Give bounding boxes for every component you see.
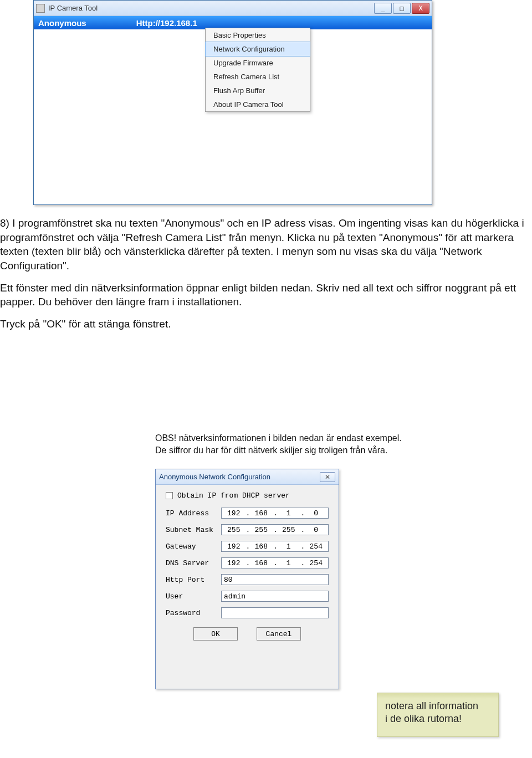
camera-url: Http://192.168.1	[136, 18, 197, 28]
instruction-p1: 8) I programfönstret ska nu texten "Anon…	[0, 216, 528, 273]
maximize-button[interactable]: □	[393, 3, 411, 14]
obs-line1: OBS! nätverksinformationen i bilden neda…	[155, 432, 454, 444]
dhcp-label: Obtain IP from DHCP server	[177, 491, 290, 500]
menu-basic-properties[interactable]: Basic Properties	[206, 28, 310, 42]
dhcp-checkbox[interactable]	[166, 492, 173, 499]
ip-address-label: IP Address	[166, 509, 221, 518]
cancel-button[interactable]: Cancel	[257, 627, 301, 641]
maximize-icon: □	[400, 4, 403, 12]
menu-upgrade-firmware[interactable]: Upgrade Firmware	[206, 56, 310, 70]
dialog-titlebar[interactable]: Anonymous Network Configuration ✕	[156, 469, 339, 485]
window-titlebar[interactable]: IP Camera Tool _ □ X	[34, 1, 432, 16]
ip-address-input[interactable]: 192. 168. 1. 0	[221, 508, 329, 519]
gateway-label: Gateway	[166, 542, 221, 551]
instruction-p2: Ett fönster med din nätverksinformation …	[0, 281, 528, 309]
window-title: IP Camera Tool	[48, 4, 98, 12]
sticky-line1: notera all information	[385, 700, 490, 713]
instruction-p3: Tryck på "OK" för att stänga fönstret.	[0, 317, 528, 331]
minimize-button[interactable]: _	[374, 3, 392, 14]
http-port-label: Http Port	[166, 576, 221, 584]
http-port-input[interactable]: 80	[221, 574, 329, 585]
subnet-mask-input[interactable]: 255. 255. 255. 0	[221, 524, 329, 535]
subnet-mask-label: Subnet Mask	[166, 526, 221, 534]
dns-server-input[interactable]: 192. 168. 1. 254	[221, 557, 329, 568]
password-input[interactable]	[221, 607, 329, 618]
obs-line2: De siffror du har för ditt nätverk skilj…	[155, 444, 454, 457]
user-label: User	[166, 592, 221, 601]
ok-button[interactable]: OK	[193, 627, 238, 641]
password-label: Password	[166, 609, 221, 617]
dialog-title: Anonymous Network Configuration	[159, 473, 270, 481]
close-icon: X	[418, 4, 422, 12]
menu-network-configuration[interactable]: Network Configuration	[205, 42, 310, 57]
dns-server-label: DNS Server	[166, 559, 221, 567]
sticky-note: notera all information i de olika rutorn…	[377, 693, 499, 737]
close-button[interactable]: X	[412, 3, 429, 14]
menu-about[interactable]: About IP Camera Tool	[206, 98, 310, 111]
camera-name: Anonymous	[38, 18, 86, 28]
app-icon	[36, 4, 45, 13]
menu-refresh-camera-list[interactable]: Refresh Camera List	[206, 70, 310, 84]
network-config-dialog: Anonymous Network Configuration ✕ Obtain…	[155, 469, 339, 689]
user-input[interactable]: admin	[221, 591, 329, 602]
close-icon: ✕	[325, 473, 330, 481]
obs-note: OBS! nätverksinformationen i bilden neda…	[155, 432, 454, 456]
gateway-input[interactable]: 192. 168. 1. 254	[221, 541, 329, 552]
dialog-close-button[interactable]: ✕	[320, 472, 335, 482]
sticky-line2: i de olika rutorna!	[385, 713, 490, 725]
instruction-text: 8) I programfönstret ska nu texten "Anon…	[0, 216, 532, 339]
minimize-icon: _	[381, 4, 385, 12]
context-menu: Basic Properties Network Configuration U…	[205, 28, 310, 112]
menu-flush-arp-buffer[interactable]: Flush Arp Buffer	[206, 84, 310, 98]
